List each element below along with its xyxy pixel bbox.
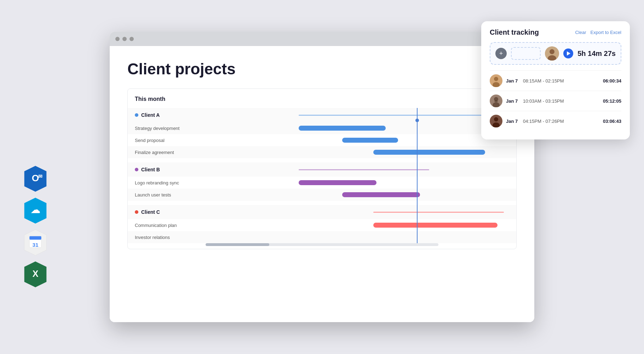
entry-2-time: 04:15PM - 07:26PM bbox=[523, 119, 599, 124]
gantt-period-label: This month bbox=[128, 96, 516, 108]
dot-client-c bbox=[135, 210, 138, 214]
dot-client-b bbox=[135, 168, 138, 171]
svg-point-22 bbox=[494, 117, 498, 121]
entry-1-duration: 05:12:05 bbox=[603, 98, 621, 104]
gantt-bar-area-client-a bbox=[206, 108, 516, 122]
svg-point-20 bbox=[494, 100, 498, 102]
gantt-grid: Client A Strategy development Send propo… bbox=[128, 108, 516, 243]
integrations-panel: O ✉ ☁ 31 X bbox=[21, 165, 50, 289]
gantt-row-investor: Investor relations bbox=[128, 231, 516, 243]
browser-dot-2 bbox=[122, 37, 127, 41]
svg-point-12 bbox=[550, 49, 554, 54]
gantt-bar-area-investor bbox=[206, 231, 516, 243]
svg-text:✉: ✉ bbox=[38, 173, 42, 179]
gantt-bar-logo bbox=[299, 180, 376, 185]
svg-rect-7 bbox=[29, 236, 41, 240]
gantt-spacer-2 bbox=[128, 201, 516, 205]
gantt-row-client-a: Client A bbox=[128, 108, 516, 122]
tracking-active-row: + 5h 14m 27s bbox=[490, 42, 621, 65]
gantt-row-client-b: Client B bbox=[128, 162, 516, 177]
gantt-bar-client-c bbox=[373, 212, 504, 213]
gantt-row-logo: Logo rebranding sync bbox=[128, 177, 516, 189]
gantt-row-finalize: Finalize agreement bbox=[128, 146, 516, 158]
gantt-bar-tests bbox=[342, 192, 420, 197]
gantt-label-comms: Communication plan bbox=[128, 221, 206, 229]
svg-point-15 bbox=[494, 77, 498, 81]
entry-1-avatar bbox=[490, 95, 502, 107]
gantt-row-tests: Launch user tests bbox=[128, 189, 516, 201]
export-button[interactable]: Export to Excel bbox=[591, 30, 621, 35]
gantt-bar-area-tests bbox=[206, 189, 516, 201]
gantt-label-tests: Launch user tests bbox=[128, 191, 206, 199]
entry-0-time: 08:15AM - 02:15PM bbox=[523, 78, 599, 84]
gantt-bar-proposal bbox=[342, 138, 398, 143]
active-time: 5h 14m 27s bbox=[577, 50, 616, 58]
entry-1-date: Jan 7 bbox=[506, 98, 519, 104]
tracking-popup: Client tracking Clear Export to Excel + … bbox=[481, 21, 630, 139]
gantt-label-proposal: Send proposal bbox=[128, 136, 206, 144]
gantt-row-comms: Communication plan bbox=[128, 219, 516, 231]
svg-text:O: O bbox=[32, 173, 39, 183]
entry-2-date: Jan 7 bbox=[506, 119, 519, 124]
add-tracking-button[interactable]: + bbox=[495, 48, 507, 59]
tracking-header: Client tracking Clear Export to Excel bbox=[490, 28, 621, 36]
gantt-label-client-b: Client B bbox=[128, 165, 206, 174]
tracking-entry-0: Jan 7 08:15AM - 02:15PM 06:00:34 bbox=[490, 70, 621, 91]
browser-window: Client projects This month Client A bbox=[110, 32, 534, 322]
gantt-bar-area-comms bbox=[206, 219, 516, 231]
gantt-bar-area-proposal bbox=[206, 134, 516, 146]
gantt-row-proposal: Send proposal bbox=[128, 134, 516, 146]
google-calendar-icon[interactable]: 31 bbox=[21, 228, 50, 257]
salesforce-icon[interactable]: ☁ bbox=[21, 196, 50, 225]
browser-content: Client projects This month Client A bbox=[110, 46, 534, 322]
outlook-icon[interactable]: O ✉ bbox=[21, 165, 50, 193]
browser-dot-1 bbox=[115, 37, 120, 41]
gantt-label-client-a: Client A bbox=[128, 111, 206, 119]
svg-text:X: X bbox=[33, 269, 39, 279]
tracking-entry-2: Jan 7 04:15PM - 07:26PM 03:06:43 bbox=[490, 111, 621, 131]
gantt-bar-area-client-b bbox=[206, 162, 516, 177]
browser-dot-3 bbox=[130, 37, 134, 41]
entry-0-duration: 06:00:34 bbox=[603, 78, 621, 84]
svg-text:☁: ☁ bbox=[31, 205, 40, 215]
gantt-label-strategy: Strategy development bbox=[128, 124, 206, 132]
entry-2-duration: 03:06:43 bbox=[603, 119, 621, 124]
gantt-bar-client-a bbox=[299, 115, 501, 116]
gantt-scrollbar[interactable] bbox=[206, 243, 438, 246]
entry-1-time: 10:03AM - 03:15PM bbox=[523, 98, 599, 104]
clear-button[interactable]: Clear bbox=[575, 30, 586, 35]
gantt-bar-area-client-c bbox=[206, 205, 516, 219]
gantt-row-strategy: Strategy development bbox=[128, 122, 516, 134]
gantt-spacer-1 bbox=[128, 158, 516, 162]
entry-0-date: Jan 7 bbox=[506, 78, 519, 84]
tracking-input-placeholder[interactable] bbox=[511, 47, 541, 60]
gantt-bar-finalize bbox=[373, 150, 485, 155]
svg-text:31: 31 bbox=[32, 242, 39, 248]
tracking-title: Client tracking bbox=[490, 28, 539, 36]
browser-titlebar bbox=[110, 32, 534, 46]
gantt-bar-comms bbox=[373, 223, 498, 228]
gantt-bar-area-finalize bbox=[206, 146, 516, 158]
dot-client-a bbox=[135, 113, 138, 117]
gantt-label-investor: Investor relations bbox=[128, 233, 206, 241]
gantt-label-logo: Logo rebranding sync bbox=[128, 179, 206, 187]
gantt-label-finalize: Finalize agreement bbox=[128, 148, 206, 156]
gantt-scrollbar-thumb bbox=[206, 243, 269, 246]
entry-0-avatar bbox=[490, 74, 502, 87]
gantt-bar-area-logo bbox=[206, 177, 516, 189]
play-button[interactable] bbox=[563, 48, 573, 58]
gantt-bar-strategy bbox=[299, 126, 386, 131]
gantt-row-client-c: Client C bbox=[128, 205, 516, 219]
gantt-container: This month Client A Strategy dev bbox=[127, 88, 517, 249]
gantt-bar-client-b bbox=[299, 169, 429, 170]
tracking-actions: Clear Export to Excel bbox=[575, 30, 621, 35]
entry-2-avatar bbox=[490, 115, 502, 127]
tracking-entry-1: Jan 7 10:03AM - 03:15PM 05:12:05 bbox=[490, 91, 621, 111]
gantt-label-client-c: Client C bbox=[128, 208, 206, 216]
gantt-bar-area-strategy bbox=[206, 122, 516, 134]
play-triangle-icon bbox=[567, 51, 570, 56]
page-title: Client projects bbox=[127, 60, 517, 78]
excel-icon[interactable]: X bbox=[21, 260, 50, 289]
tracking-active-avatar bbox=[545, 46, 559, 61]
